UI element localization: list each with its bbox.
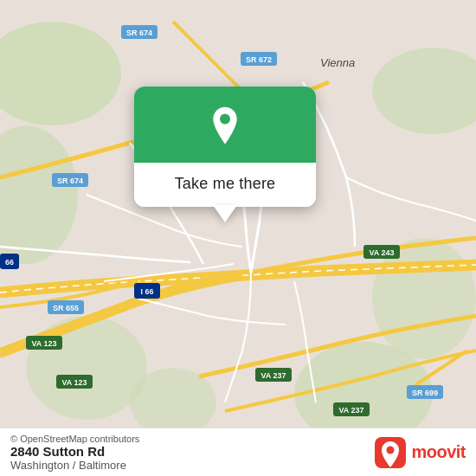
copyright-text: © OpenStreetMap contributors [10, 434, 139, 444]
moovit-brand-text: moovit [411, 442, 466, 462]
popup-card: Take me there [134, 87, 316, 207]
svg-text:SR 674: SR 674 [126, 29, 152, 37]
svg-text:I 66: I 66 [140, 287, 153, 296]
svg-point-7 [130, 368, 216, 437]
svg-text:SR 672: SR 672 [246, 55, 272, 64]
svg-text:VA 237: VA 237 [338, 406, 363, 415]
address-text: 2840 Sutton Rd [10, 444, 139, 459]
svg-text:SR 699: SR 699 [412, 389, 438, 397]
svg-text:VA 237: VA 237 [261, 371, 286, 380]
svg-text:VA 123: VA 123 [31, 339, 56, 348]
svg-point-33 [220, 113, 230, 124]
bottom-left: © OpenStreetMap contributors 2840 Sutton… [10, 434, 139, 472]
map-container: SR 674 SR 672 SR 674 Vienna SR 655 I 66 … [0, 0, 476, 476]
svg-text:VA 243: VA 243 [369, 248, 394, 257]
moovit-icon [375, 437, 406, 468]
popup-button-section[interactable]: Take me there [134, 163, 316, 207]
bottom-bar: © OpenStreetMap contributors 2840 Sutton… [0, 428, 476, 476]
city-text: Washington / Baltimore [10, 459, 139, 472]
location-pin-icon [204, 106, 246, 147]
moovit-logo: moovit [375, 437, 466, 468]
map-svg: SR 674 SR 672 SR 674 Vienna SR 655 I 66 … [0, 0, 476, 476]
svg-point-35 [387, 446, 395, 453]
svg-text:66: 66 [5, 258, 14, 267]
svg-text:Vienna: Vienna [320, 56, 355, 69]
svg-text:SR 674: SR 674 [57, 177, 83, 185]
svg-text:SR 655: SR 655 [53, 304, 79, 312]
take-me-there-button[interactable]: Take me there [175, 175, 276, 193]
svg-text:VA 123: VA 123 [61, 378, 87, 387]
popup-pointer [213, 205, 237, 222]
popup-green-section [134, 87, 316, 163]
